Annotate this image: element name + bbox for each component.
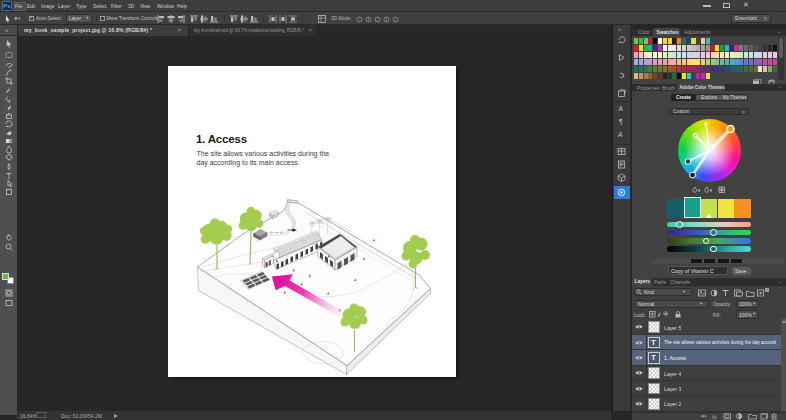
svg-text:fx: fx <box>712 414 718 420</box>
